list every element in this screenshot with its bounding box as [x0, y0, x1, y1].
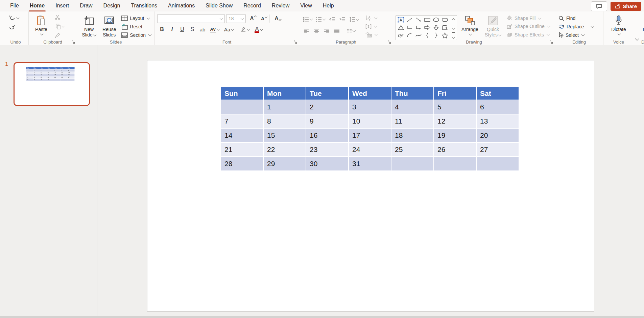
convert-to-smartart-button[interactable]: [364, 30, 378, 39]
shape-oval[interactable]: [432, 16, 440, 24]
calendar-header-cell[interactable]: Tue: [306, 87, 349, 100]
justify-button[interactable]: [332, 26, 341, 35]
line-spacing-button[interactable]: [348, 15, 360, 24]
menu-draw[interactable]: Draw: [74, 0, 98, 11]
calendar-cell[interactable]: 10: [349, 114, 391, 128]
shape-arrow[interactable]: [414, 16, 423, 24]
calendar-cell[interactable]: 16: [306, 129, 349, 142]
calendar-cell[interactable]: 15: [264, 129, 306, 142]
shape-right-brace[interactable]: [432, 31, 440, 39]
menu-review[interactable]: Review: [266, 0, 295, 11]
calendar-cell[interactable]: [221, 100, 264, 114]
shape-curve[interactable]: [414, 31, 423, 39]
calendar-cell[interactable]: 24: [349, 143, 391, 156]
menu-help[interactable]: Help: [317, 0, 339, 11]
menu-design[interactable]: Design: [98, 0, 126, 11]
underline-button[interactable]: U: [177, 25, 187, 34]
calendar-cell[interactable]: 14: [221, 129, 264, 142]
shapes-more-button[interactable]: [450, 32, 457, 40]
menu-insert[interactable]: Insert: [50, 0, 74, 11]
shape-star[interactable]: [440, 31, 449, 39]
format-painter-button[interactable]: [53, 31, 62, 39]
clipboard-dialog-launcher[interactable]: [71, 40, 75, 44]
text-highlight-button[interactable]: [239, 25, 252, 34]
shape-rectangle[interactable]: [423, 16, 432, 24]
calendar-cell[interactable]: 31: [349, 157, 391, 170]
section-button[interactable]: Section: [120, 31, 152, 39]
shapes-scroll-down-button[interactable]: [450, 24, 457, 32]
slide-canvas[interactable]: SunMonTueWedThuFriSat1234567891011121314…: [147, 60, 594, 312]
calendar-cell[interactable]: 6: [477, 100, 519, 114]
calendar-cell[interactable]: 1: [264, 100, 306, 114]
calendar-cell[interactable]: 26: [434, 143, 477, 156]
font-color-button[interactable]: A: [252, 25, 265, 34]
calendar-header-cell[interactable]: Mon: [264, 87, 306, 100]
dictate-button[interactable]: Dictate: [609, 14, 629, 39]
calendar-cell[interactable]: 2: [306, 100, 349, 114]
quick-styles-button[interactable]: Quick Styles: [483, 14, 503, 39]
calendar-cell[interactable]: 27: [477, 143, 519, 156]
slide-thumbnail[interactable]: SunMonTueWedThuFriSat1234567891011121314…: [14, 62, 90, 106]
calendar-cell[interactable]: 29: [264, 157, 306, 170]
menu-slide-show[interactable]: Slide Show: [200, 0, 238, 11]
replace-button[interactable]: Replace: [557, 23, 601, 31]
redo-button[interactable]: [6, 23, 17, 32]
bullets-button[interactable]: [302, 15, 314, 24]
calendar-cell[interactable]: 12: [434, 114, 477, 128]
calendar-header-cell[interactable]: Fri: [434, 87, 477, 100]
calendar-cell[interactable]: 20: [477, 129, 519, 142]
decrease-indent-button[interactable]: [327, 15, 337, 24]
calendar-cell[interactable]: 19: [434, 129, 477, 142]
calendar-header-cell[interactable]: Wed: [349, 87, 391, 100]
calendar-cell[interactable]: 25: [391, 143, 434, 156]
calendar-cell[interactable]: 30: [306, 157, 349, 170]
shape-left-brace[interactable]: [423, 31, 432, 39]
comments-button[interactable]: [591, 1, 607, 11]
bold-button[interactable]: B: [157, 25, 167, 34]
find-button[interactable]: Find: [557, 14, 601, 23]
shape-effects-button[interactable]: Shape Effects: [506, 31, 551, 39]
shape-elbow-connector[interactable]: [405, 24, 414, 31]
calendar-cell[interactable]: 18: [391, 129, 434, 142]
shape-rounded-rectangle[interactable]: [440, 16, 449, 24]
calendar-cell[interactable]: 3: [349, 100, 391, 114]
calendar-cell[interactable]: 13: [477, 114, 519, 128]
align-center-button[interactable]: [312, 26, 321, 35]
numbering-button[interactable]: [314, 15, 327, 24]
align-left-button[interactable]: [302, 26, 311, 35]
decrease-font-size-button[interactable]: A: [258, 14, 267, 23]
calendar-cell[interactable]: [477, 157, 519, 170]
paragraph-dialog-launcher[interactable]: [387, 40, 391, 44]
shape-triangle[interactable]: [397, 24, 405, 31]
calendar-cell[interactable]: 9: [306, 114, 349, 128]
shape-elbow-arrow-connector[interactable]: [414, 24, 423, 31]
calendar-cell[interactable]: 5: [434, 100, 477, 114]
calendar-cell[interactable]: 21: [221, 143, 264, 156]
menu-view[interactable]: View: [295, 0, 317, 11]
calendar-cell[interactable]: [434, 157, 477, 170]
share-button[interactable]: Share: [611, 2, 641, 11]
font-dialog-launcher[interactable]: [293, 40, 297, 44]
align-right-button[interactable]: [322, 26, 331, 35]
increase-indent-button[interactable]: [337, 15, 347, 24]
shapes-scroll-up-button[interactable]: [450, 16, 457, 24]
calendar-cell[interactable]: [391, 157, 434, 170]
align-text-button[interactable]: [364, 22, 378, 31]
undo-button[interactable]: [6, 14, 21, 22]
text-direction-button[interactable]: [364, 14, 378, 22]
shape-down-arrow[interactable]: [432, 24, 440, 31]
paste-button[interactable]: Paste: [31, 14, 51, 39]
design-ideas-button[interactable]: Design Ideas: [639, 14, 644, 39]
calendar-cell[interactable]: 11: [391, 114, 434, 128]
strikethrough-button[interactable]: ab: [198, 25, 207, 34]
calendar-header-cell[interactable]: Sat: [477, 87, 519, 100]
menu-file[interactable]: File: [5, 0, 24, 11]
change-case-button[interactable]: Aa: [222, 25, 236, 34]
font-size-combo[interactable]: 18: [226, 14, 246, 23]
shape-scribble[interactable]: [397, 31, 405, 39]
font-name-combo[interactable]: [157, 14, 225, 23]
columns-button[interactable]: [344, 26, 357, 35]
calendar-cell[interactable]: 28: [221, 157, 264, 170]
calendar-cell[interactable]: 7: [221, 114, 264, 128]
shape-outline-button[interactable]: Shape Outline: [506, 22, 551, 30]
